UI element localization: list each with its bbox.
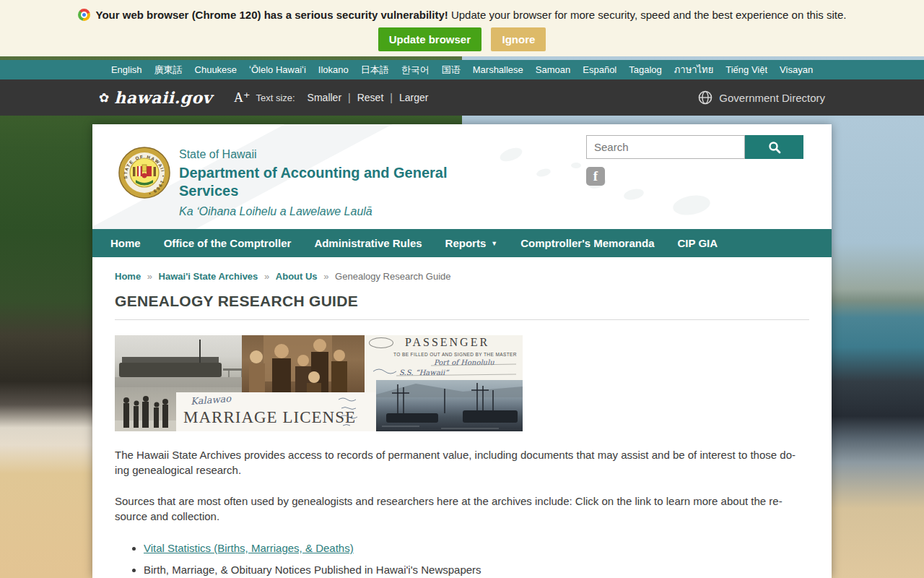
search-button[interactable] bbox=[745, 135, 803, 159]
nav-item-cip-gia[interactable]: CIP GIA bbox=[666, 229, 729, 257]
site-search bbox=[586, 135, 803, 159]
separator: | bbox=[390, 92, 393, 103]
text-size-icon: A⁺ bbox=[234, 90, 250, 105]
site-header: STATE OF HAWAII • 1959 • State of Hawaii… bbox=[92, 124, 832, 229]
page-body: Home » Hawai'i State Archives » About Us… bbox=[92, 257, 832, 576]
resource-list: Vital Statistics (Births, Marriages, & D… bbox=[115, 542, 809, 576]
nav-item-office-of-the-comptroller[interactable]: Office of the Comptroller bbox=[152, 229, 303, 257]
state-label: State of Hawaii bbox=[179, 148, 468, 161]
language-bar: English 廣東話 Chuukese ʻŌlelo Hawaiʻi Ilok… bbox=[0, 60, 924, 79]
intro-paragraph: The Hawaii State Archives provides acces… bbox=[115, 447, 809, 478]
text-size-larger-link[interactable]: Larger bbox=[399, 92, 428, 103]
list-item: Birth, Marriage, & Obituary Notices Publ… bbox=[144, 564, 809, 576]
page-title: GENEALOGY RESEARCH GUIDE bbox=[115, 293, 809, 310]
marriage-license-caption: MARRIAGE LICENSE bbox=[183, 408, 356, 427]
breadcrumb-separator: » bbox=[147, 271, 152, 282]
government-directory-link[interactable]: Government Directory bbox=[698, 90, 825, 105]
utility-bar: ✿ hawaii.gov A⁺ Text size: Smaller | Res… bbox=[0, 79, 924, 116]
collage-marriage-license: Kalawao MARRIAGE LICENSE bbox=[176, 392, 376, 431]
language-link-vietnamese[interactable]: Tiếng Việt bbox=[725, 64, 767, 75]
sources-paragraph: Sources that are most often used by gene… bbox=[115, 493, 809, 524]
update-browser-button[interactable]: Update browser bbox=[378, 27, 481, 51]
harbor-photo-art bbox=[376, 380, 523, 431]
breadcrumb-separator: » bbox=[264, 271, 269, 282]
breadcrumb-home[interactable]: Home bbox=[115, 271, 141, 282]
government-directory-label: Government Directory bbox=[719, 92, 825, 104]
chrome-icon bbox=[78, 9, 90, 21]
hibiscus-icon: ✿ bbox=[99, 92, 109, 104]
language-link-tagalog[interactable]: Tagalog bbox=[629, 64, 662, 75]
ignore-button[interactable]: Ignore bbox=[491, 27, 546, 51]
nav-item-reports[interactable]: Reports▼ bbox=[434, 229, 510, 258]
breadcrumb-current: Genealogy Research Guide bbox=[335, 271, 450, 282]
language-link-marshallese[interactable]: Marshallese bbox=[473, 64, 523, 75]
hawaii-gov-logo-text: hawaii.gov bbox=[114, 88, 212, 107]
language-link-chuukese[interactable]: Chuukese bbox=[195, 64, 237, 75]
title-divider bbox=[115, 319, 809, 320]
state-seal-logo: STATE OF HAWAII • 1959 • bbox=[118, 147, 170, 199]
genealogy-collage-image: PASSENGER TO BE FILLED OUT AND SIGNED BY… bbox=[115, 335, 523, 431]
text-size-label: Text size: bbox=[256, 92, 295, 103]
breadcrumb-archives[interactable]: Hawai'i State Archives bbox=[159, 271, 258, 282]
browser-warning-banner: Your web browser (Chrome 120) has a seri… bbox=[0, 0, 924, 56]
nav-item-administrative-rules[interactable]: Administrative Rules bbox=[302, 229, 433, 257]
department-title[interactable]: Department of Accounting and General Ser… bbox=[179, 164, 468, 200]
marriage-license-place: Kalawao bbox=[191, 393, 232, 407]
breadcrumb-separator: » bbox=[323, 271, 328, 282]
text-size-controls: A⁺ Text size: Smaller | Reset | Larger bbox=[234, 90, 428, 105]
language-link-thai[interactable]: ภาษาไทย bbox=[674, 62, 713, 77]
nav-item-home[interactable]: Home bbox=[99, 229, 152, 257]
handwriting-squiggles bbox=[333, 392, 376, 431]
language-link-mandarin[interactable]: 国语 bbox=[442, 64, 461, 77]
breadcrumb: Home » Hawai'i State Archives » About Us… bbox=[115, 257, 809, 282]
hawaii-gov-logo[interactable]: ✿ hawaii.gov bbox=[99, 88, 212, 107]
language-link-spanish[interactable]: Español bbox=[583, 64, 616, 75]
language-link-visayan[interactable]: Visayan bbox=[780, 64, 813, 75]
chevron-down-icon: ▼ bbox=[491, 230, 497, 258]
collage-harbor-photo bbox=[376, 380, 523, 431]
nav-item-reports-label: Reports bbox=[445, 237, 487, 249]
vital-statistics-link[interactable]: Vital Statistics (Births, Marriages, & D… bbox=[144, 542, 354, 554]
list-item: Vital Statistics (Births, Marriages, & D… bbox=[144, 542, 809, 554]
language-link-cantonese[interactable]: 廣東話 bbox=[154, 64, 183, 77]
globe-icon bbox=[698, 90, 712, 105]
facebook-icon[interactable]: f bbox=[586, 167, 605, 186]
agency-identity: State of Hawaii Department of Accounting… bbox=[179, 148, 468, 218]
paragraph-line: The Hawaii State Archives provides acces… bbox=[115, 447, 809, 462]
nav-item-comptrollers-memoranda[interactable]: Comptroller's Memoranda bbox=[509, 229, 666, 257]
department-hawaiian-name: Ka ʻOihana Loihelu a Lawelawe Laulā bbox=[179, 205, 468, 218]
paragraph-line: ing genealogical research. bbox=[115, 462, 809, 478]
language-link-english[interactable]: English bbox=[111, 64, 142, 75]
search-icon bbox=[768, 141, 781, 154]
language-link-korean[interactable]: 한국어 bbox=[401, 64, 430, 77]
document-lines bbox=[365, 335, 523, 379]
main-navigation: Home Office of the Comptroller Administr… bbox=[92, 229, 832, 257]
separator: | bbox=[348, 92, 351, 103]
warning-message-rest: Update your browser for more security, s… bbox=[451, 9, 847, 21]
newspaper-notices-text: Birth, Marriage, & Obituary Notices Publ… bbox=[144, 564, 481, 576]
search-input[interactable] bbox=[586, 135, 745, 159]
language-link-samoan[interactable]: Samoan bbox=[536, 64, 570, 75]
language-link-ilokano[interactable]: Ilokano bbox=[318, 64, 349, 75]
warning-message: Your web browser (Chrome 120) has a seri… bbox=[0, 0, 924, 21]
breadcrumb-about-us[interactable]: About Us bbox=[276, 271, 318, 282]
language-link-japanese[interactable]: 日本語 bbox=[361, 64, 389, 77]
paragraph-line: source and collection. bbox=[115, 509, 809, 524]
warning-message-bold: Your web browser (Chrome 120) has a seri… bbox=[96, 9, 448, 21]
text-size-reset-link[interactable]: Reset bbox=[357, 92, 384, 103]
text-size-smaller-link[interactable]: Smaller bbox=[308, 92, 341, 103]
main-content: STATE OF HAWAII • 1959 • State of Hawaii… bbox=[92, 124, 832, 578]
language-link-hawaiian[interactable]: ʻŌlelo Hawaiʻi bbox=[249, 64, 306, 75]
paragraph-line: Sources that are most often used by gene… bbox=[115, 493, 809, 509]
